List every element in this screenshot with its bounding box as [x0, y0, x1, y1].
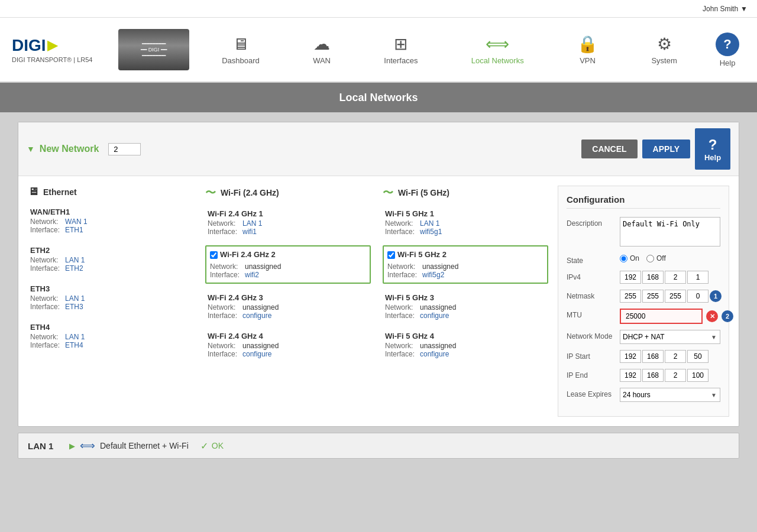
- wifi24-2-header-row: Wi-Fi 2.4 GHz 2: [210, 250, 366, 260]
- network-mode-select[interactable]: DHCP + NAT DHCP Static Bridge: [620, 330, 720, 344]
- page-title-bar: Local Networks: [0, 83, 757, 112]
- config-netmask-row: Netmask 1: [567, 290, 720, 303]
- nav-item-wan[interactable]: ☁ WAN: [301, 18, 342, 82]
- mtu-input[interactable]: [620, 309, 703, 324]
- ethernet-header-label: Ethernet: [43, 187, 77, 197]
- eth3-network-value[interactable]: LAN 1: [65, 294, 85, 303]
- eth4-network-value[interactable]: LAN 1: [65, 333, 85, 341]
- wifi5-3-interface-value[interactable]: configure: [420, 312, 449, 320]
- netmask-part-4[interactable]: [687, 290, 709, 303]
- mtu-error-badge[interactable]: ✕: [706, 310, 718, 322]
- netmask-part-2[interactable]: [642, 290, 664, 303]
- state-on-radio[interactable]: [620, 255, 627, 262]
- user-dropdown-arrow[interactable]: ▼: [740, 5, 748, 13]
- wifi24-4-network-value: unassigned: [242, 342, 279, 350]
- config-description-row: Description Default Wi-Fi Only: [567, 217, 720, 248]
- netmask-parts: 1: [620, 290, 722, 303]
- wifi24-1-network-row: Network: LAN 1: [208, 219, 368, 228]
- lease-expires-select[interactable]: 1 hour 4 hours 8 hours 24 hours 48 hours: [620, 388, 720, 402]
- eth1-name: WAN/ETH1: [30, 207, 191, 216]
- wan-icon: ☁: [313, 34, 330, 54]
- ethernet-column-header: 🖥 Ethernet: [28, 186, 193, 198]
- wifi5-1-network-label: Network:: [385, 219, 418, 228]
- lan1-network-name: Default Ethernet + Wi-Fi: [100, 441, 189, 450]
- wifi24-2-network-label: Network:: [210, 262, 242, 271]
- logo-subtext: DIGI TRANSPORT® | LR54: [12, 56, 92, 63]
- ip-start-part-3[interactable]: [665, 350, 686, 363]
- wifi24-3-name: Wi-Fi 2.4 GHz 3: [208, 293, 368, 302]
- nav-label-system: System: [651, 56, 677, 65]
- eth4-interface-value[interactable]: ETH4: [65, 341, 83, 349]
- wifi5-1-network-value[interactable]: LAN 1: [420, 219, 439, 228]
- ip-start-value: [620, 350, 720, 363]
- new-network-toggle[interactable]: ▼: [27, 144, 35, 154]
- new-network-header: ▼ New Network 1 2 3 4 CANCEL APPLY ? Hel…: [18, 122, 739, 176]
- apply-button[interactable]: APPLY: [642, 140, 690, 158]
- wifi24-1-interface-value[interactable]: wifi1: [242, 228, 257, 236]
- nav-help[interactable]: ? Help: [704, 33, 751, 67]
- cancel-button[interactable]: CANCEL: [581, 140, 637, 158]
- eth1-network-value[interactable]: WAN 1: [65, 218, 88, 226]
- help-side-button[interactable]: ? Help: [695, 128, 730, 170]
- eth2-network-value[interactable]: LAN 1: [65, 256, 85, 264]
- ip-end-parts: [620, 369, 720, 382]
- wifi24-2-interface-row: Interface: wifi2: [210, 271, 366, 279]
- ip-start-part-4[interactable]: [687, 350, 709, 363]
- wifi24-2-interface-label: Interface:: [210, 271, 242, 279]
- wifi5-2-interface-value[interactable]: wifi5g2: [422, 271, 444, 279]
- wifi24-1-network-value[interactable]: LAN 1: [242, 219, 262, 228]
- ip-start-part-1[interactable]: [620, 350, 641, 363]
- wifi5-2-header-row: Wi-Fi 5 GHz 2: [387, 250, 544, 260]
- ipv4-part-3[interactable]: [665, 271, 686, 284]
- wifi5-2-checkbox[interactable]: [387, 251, 395, 259]
- state-value: On Off: [620, 254, 720, 262]
- nav-item-dashboard[interactable]: 🖥 Dashboard: [210, 18, 271, 82]
- ip-end-part-4[interactable]: [687, 369, 709, 382]
- lan1-expand-icon[interactable]: ▶: [69, 442, 75, 450]
- state-off-radio[interactable]: [646, 255, 654, 262]
- number-select-wrapper: 1 2 3 4: [108, 143, 141, 155]
- wifi24-2-checkbox[interactable]: [210, 251, 218, 259]
- state-off-label[interactable]: Off: [646, 254, 666, 262]
- wifi5-4-interface-value[interactable]: configure: [420, 350, 449, 358]
- eth2-entry: ETH2 Network: LAN 1 Interface: ETH2: [28, 244, 193, 275]
- eth1-interface-row: Interface: ETH1: [30, 226, 191, 234]
- ip-end-part-2[interactable]: [642, 369, 664, 382]
- interfaces-icon: ⊞: [394, 34, 407, 54]
- ipv4-part-1[interactable]: [620, 271, 641, 284]
- wifi24-4-interface-value[interactable]: configure: [242, 350, 271, 358]
- eth1-entry: WAN/ETH1 Network: WAN 1 Interface: ETH1: [28, 205, 193, 236]
- number-select[interactable]: 1 2 3 4: [108, 143, 141, 155]
- wifi24-2-interface-value[interactable]: wifi2: [245, 271, 259, 279]
- config-panel: Configuration Description Default Wi-Fi …: [558, 186, 729, 417]
- ipv4-part-4[interactable]: [687, 271, 709, 284]
- eth3-interface-value[interactable]: ETH3: [65, 303, 83, 311]
- ipv4-part-2[interactable]: [642, 271, 664, 284]
- netmask-part-1[interactable]: [620, 290, 641, 303]
- nav-item-interfaces[interactable]: ⊞ Interfaces: [372, 18, 429, 82]
- nav-item-vpn[interactable]: 🔒 VPN: [565, 18, 610, 82]
- wifi5-1-interface-value[interactable]: wifi5g1: [420, 228, 442, 236]
- nav-item-local-networks[interactable]: ⟺ Local Networks: [460, 18, 536, 82]
- wifi5-2-network-value: unassigned: [422, 262, 458, 271]
- config-state-row: State On Off: [567, 254, 720, 265]
- ip-start-part-2[interactable]: [642, 350, 664, 363]
- nav-item-system[interactable]: ⚙ System: [639, 18, 688, 82]
- description-textarea[interactable]: Default Wi-Fi Only: [620, 217, 720, 246]
- mtu-value: ✕ 2: [620, 309, 733, 324]
- wifi5-4-interface-label: Interface:: [385, 350, 418, 358]
- state-on-label[interactable]: On: [620, 254, 639, 262]
- netmask-value: 1: [620, 290, 722, 303]
- ip-end-part-1[interactable]: [620, 369, 641, 382]
- ip-end-part-3[interactable]: [665, 369, 686, 382]
- eth2-interface-value[interactable]: ETH2: [65, 264, 83, 273]
- system-icon: ⚙: [657, 34, 672, 54]
- wifi24-column-header: 〜 Wi-Fi (2.4 GHz): [205, 186, 371, 200]
- wifi5-2-network-row: Network: unassigned: [387, 262, 544, 271]
- wifi24-1-interface-label: Interface:: [208, 228, 240, 236]
- netmask-part-3[interactable]: [665, 290, 686, 303]
- wifi24-3-interface-value[interactable]: configure: [242, 312, 271, 320]
- eth1-interface-value[interactable]: ETH1: [65, 226, 83, 234]
- state-on-text: On: [630, 254, 639, 262]
- nav-label-local-networks: Local Networks: [471, 56, 524, 65]
